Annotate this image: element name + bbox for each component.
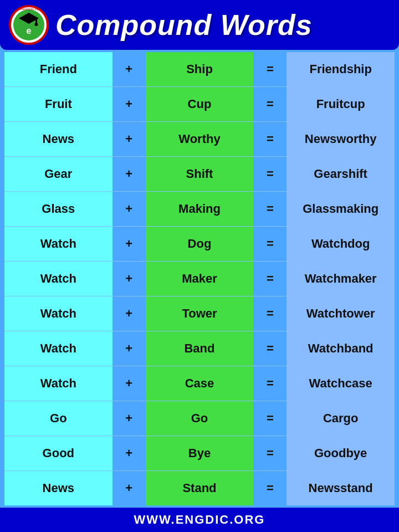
plus-symbol: + [112,192,146,226]
table-row: Watch + Tower = Watchtower [4,296,395,331]
footer-url: WWW.ENGDIC.ORG [134,513,265,527]
plus-symbol: + [112,122,146,156]
table-row: Watch + Band = Watchband [4,331,395,366]
compound-cell: Watchband [287,331,395,366]
compound-cell: Friendship [287,52,395,86]
word1-cell: Glass [4,192,112,226]
compound-cell: Watchmaker [287,262,395,296]
equals-symbol: = [253,401,287,436]
compound-cell: Watchdog [287,227,395,261]
plus-symbol: + [112,52,146,86]
word1-cell: Watch [4,227,112,261]
word1-cell: Gear [4,157,112,191]
word2-cell: Maker [146,262,254,296]
plus-symbol: + [112,471,146,505]
svg-point-4 [35,23,38,26]
compound-cell: Watchtower [287,296,395,331]
word1-cell: Good [4,436,112,470]
word2-cell: Making [146,192,254,226]
equals-symbol: = [253,87,287,121]
word2-cell: Stand [146,471,254,505]
equals-symbol: = [253,122,287,156]
table-row: Go + Go = Cargo [4,401,395,436]
plus-symbol: + [112,401,146,436]
equals-symbol: = [253,331,287,366]
logo: e www.engdic.org [9,5,49,45]
word1-cell: Watch [4,331,112,366]
word2-cell: Case [146,366,254,401]
compound-cell: Glassmaking [287,192,395,226]
table-row: Watch + Maker = Watchmaker [4,262,395,296]
word2-cell: Tower [146,296,254,331]
word2-cell: Ship [146,52,254,86]
table-row: News + Stand = Newsstand [4,471,395,505]
page-title: Compound Words [55,8,313,42]
equals-symbol: = [253,296,287,331]
equals-symbol: = [253,366,287,401]
word2-cell: Go [146,401,254,436]
word2-cell: Cup [146,87,254,121]
plus-symbol: + [112,157,146,191]
compound-words-table: Friend + Ship = Friendship Fruit + Cup =… [0,50,399,508]
compound-cell: Goodbye [287,436,395,470]
plus-symbol: + [112,296,146,331]
plus-symbol: + [112,436,146,470]
equals-symbol: = [253,227,287,261]
word1-cell: Watch [4,366,112,401]
equals-symbol: = [253,192,287,226]
table-row: Fruit + Cup = Fruitcup [4,87,395,122]
word1-cell: Watch [4,296,112,331]
plus-symbol: + [112,366,146,401]
word1-cell: Fruit [4,87,112,121]
table-row: News + Worthy = Newsworthy [4,122,395,157]
word1-cell: Go [4,401,112,436]
compound-cell: Newsworthy [287,122,395,156]
word1-cell: News [4,122,112,156]
compound-cell: Watchcase [287,366,395,401]
equals-symbol: = [253,52,287,86]
compound-cell: Fruitcup [287,87,395,121]
svg-text:e: e [27,26,32,35]
equals-symbol: = [253,436,287,470]
equals-symbol: = [253,157,287,191]
word1-cell: Watch [4,262,112,296]
word2-cell: Bye [146,436,254,470]
table-row: Glass + Making = Glassmaking [4,192,395,227]
page-header: e www.engdic.org Compound Words [0,0,399,50]
plus-symbol: + [112,331,146,366]
table-row: Good + Bye = Goodbye [4,436,395,471]
equals-symbol: = [253,471,287,505]
word1-cell: News [4,471,112,505]
svg-text:www.engdic.org: www.engdic.org [19,7,39,11]
word2-cell: Band [146,331,254,366]
compound-cell: Cargo [287,401,395,436]
table-row: Gear + Shift = Gearshift [4,157,395,192]
word1-cell: Friend [4,52,112,86]
table-row: Watch + Case = Watchcase [4,366,395,401]
plus-symbol: + [112,227,146,261]
compound-cell: Newsstand [287,471,395,505]
plus-symbol: + [112,262,146,296]
page-footer: WWW.ENGDIC.ORG [0,508,399,532]
word2-cell: Shift [146,157,254,191]
compound-cell: Gearshift [287,157,395,191]
table-row: Watch + Dog = Watchdog [4,227,395,262]
table-row: Friend + Ship = Friendship [4,52,395,87]
plus-symbol: + [112,87,146,121]
word2-cell: Worthy [146,122,254,156]
word2-cell: Dog [146,227,254,261]
equals-symbol: = [253,262,287,296]
